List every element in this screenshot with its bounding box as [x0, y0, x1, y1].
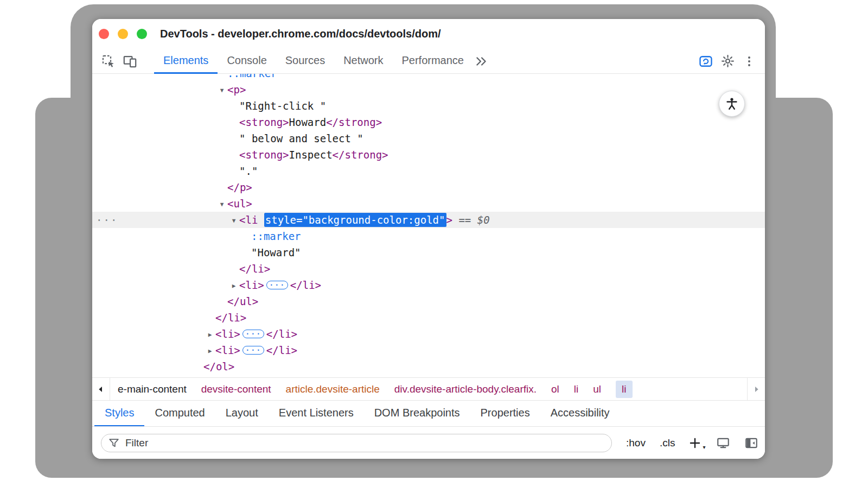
breadcrumb-item-ul[interactable]: ul [593, 383, 601, 395]
code-segment: </li> [266, 328, 297, 340]
screencast-icon[interactable] [698, 53, 714, 69]
code-segment: == [452, 214, 477, 226]
accessibility-float-button[interactable] [719, 91, 745, 117]
sidebar-panel-icon [744, 436, 758, 450]
breadcrumb-item-div.devsite-article-body.clear[interactable]: div.devsite-article-body.clearfix. [394, 383, 537, 395]
code-segment: </li> [266, 344, 297, 356]
tab-accessibility[interactable]: Accessibility [540, 401, 620, 427]
tab-console[interactable]: Console [218, 49, 276, 74]
kebab-menu-icon[interactable] [741, 53, 757, 69]
zoom-button[interactable] [137, 29, 147, 39]
sidebar-toggle-button[interactable] [743, 435, 760, 451]
dom-tree-line[interactable]: "." [92, 163, 765, 179]
code-segment: <li> [215, 344, 240, 356]
styles-filter-field[interactable] [101, 434, 612, 452]
tab-layout[interactable]: Layout [215, 401, 269, 427]
breadcrumb-list: e-main-contentdevsite-contentarticle.dev… [110, 378, 747, 400]
tab-elements[interactable]: Elements [154, 49, 218, 74]
disclosure-right-icon[interactable]: ▶ [228, 278, 239, 294]
tab-properties[interactable]: Properties [470, 401, 540, 427]
dom-tree-line[interactable]: </p> [92, 179, 765, 195]
inline-expand-button[interactable]: ··· [242, 346, 264, 355]
dom-tree-line[interactable]: " below and select " [92, 130, 765, 147]
styles-toolbar: :hov .cls ▾ [92, 426, 765, 459]
dom-tree-line[interactable]: </li> [92, 261, 765, 277]
code-segment: Howard [289, 116, 327, 128]
breadcrumb-item-e-main-content[interactable]: e-main-content [118, 383, 187, 395]
code-segment: <li> [239, 279, 264, 291]
devtools-window: DevTools - developer.chrome.com/docs/dev… [92, 19, 765, 459]
dom-tree-line[interactable]: "Right-click " [92, 98, 765, 114]
inline-expand-button[interactable]: ··· [242, 330, 264, 338]
dom-tree-line[interactable]: ::marker [92, 74, 765, 81]
code-segment: <ul> [227, 198, 252, 210]
code-segment: "." [239, 165, 258, 177]
tab-dom-breakpoints[interactable]: DOM Breakpoints [364, 401, 470, 427]
accessibility-person-icon [725, 97, 739, 111]
breadcrumb-item-ol[interactable]: ol [551, 383, 559, 395]
code-segment: > [446, 214, 452, 226]
dom-tree-line[interactable]: ▶<li>···</li> [92, 326, 765, 342]
code-segment: <li> [215, 328, 240, 340]
dom-tree-line[interactable]: ···▼<li style="background-color:gold"> =… [92, 212, 765, 228]
new-style-rule-button[interactable]: ▾ [687, 435, 703, 451]
breadcrumb-scroll-left-button[interactable] [92, 378, 110, 400]
minimize-button[interactable] [118, 29, 128, 39]
dom-tree-line[interactable]: </li> [92, 309, 765, 326]
chevron-right-icon [752, 385, 761, 394]
breadcrumb-scroll-right-button[interactable] [747, 378, 765, 400]
toggle-element-state-button[interactable]: :hov [626, 437, 646, 449]
code-segment: <p> [227, 84, 246, 96]
dom-tree-line[interactable]: ▶<li>···</li> [92, 277, 765, 293]
breadcrumb-item-article.devsite-article[interactable]: article.devsite-article [286, 383, 380, 395]
tab-performance[interactable]: Performance [393, 49, 474, 74]
dom-tree-line[interactable]: <strong>Howard</strong> [92, 114, 765, 130]
dom-tree[interactable]: ::marker▼<p>"Right-click "<strong>Howard… [92, 74, 765, 377]
dom-tree-line[interactable]: ::marker [92, 228, 765, 244]
disclosure-right-icon[interactable]: ▶ [205, 327, 215, 343]
breadcrumb-item-devsite-content[interactable]: devsite-content [201, 383, 271, 395]
breadcrumb-item-li[interactable]: li [616, 381, 632, 398]
tab-sources[interactable]: Sources [276, 49, 334, 74]
code-segment: Inspect [289, 149, 333, 161]
caret-down-icon: ▾ [703, 444, 705, 450]
styles-filter-input[interactable] [124, 437, 605, 450]
tab-network[interactable]: Network [334, 49, 392, 74]
toggle-class-button[interactable]: .cls [660, 437, 675, 449]
breadcrumb-item-li[interactable]: li [574, 383, 578, 395]
close-button[interactable] [99, 29, 109, 39]
inspect-element-icon[interactable] [100, 53, 116, 69]
dom-tree-line[interactable]: ▶<li>···</li> [92, 342, 765, 358]
row-actions-dots-icon[interactable]: ··· [96, 212, 118, 228]
pseudo-element-node: ::marker [251, 230, 301, 242]
settings-gear-icon[interactable] [719, 53, 736, 69]
disclosure-down-icon[interactable]: ▼ [216, 197, 227, 213]
more-tabs-chevron-icon[interactable] [473, 53, 489, 69]
inline-expand-button[interactable]: ··· [266, 281, 288, 289]
disclosure-down-icon[interactable]: ▼ [216, 83, 227, 99]
code-segment: $0 [477, 214, 490, 226]
tab-computed[interactable]: Computed [144, 401, 215, 427]
selected-attribute[interactable]: style="background-color:gold" [264, 213, 446, 227]
dom-tree-line[interactable]: <strong>Inspect</strong> [92, 147, 765, 163]
dom-tree-line[interactable]: ▼<ul> [92, 195, 765, 212]
dom-tree-line[interactable]: ▼<p> [92, 81, 765, 98]
disclosure-down-icon[interactable]: ▼ [228, 213, 239, 229]
code-segment: " below and select " [239, 132, 363, 144]
tab-styles[interactable]: Styles [94, 401, 144, 427]
dom-tree-line[interactable]: </ul> [92, 293, 765, 309]
dom-tree-line[interactable]: "Howard" [92, 244, 765, 261]
code-segment: </p> [227, 181, 252, 193]
code-segment: </strong> [326, 116, 382, 128]
code-segment: </ol> [203, 361, 234, 372]
disclosure-right-icon[interactable]: ▶ [205, 343, 215, 359]
monitor-icon [716, 436, 730, 450]
code-segment: <li [239, 214, 264, 226]
rendering-emulation-button[interactable] [715, 435, 731, 451]
dom-tree-line[interactable]: </ol> [92, 358, 765, 375]
tab-event-listeners[interactable]: Event Listeners [269, 401, 364, 427]
title-bar: DevTools - developer.chrome.com/docs/dev… [92, 19, 765, 49]
breadcrumb-bar: e-main-contentdevsite-contentarticle.dev… [92, 377, 765, 400]
pseudo-element-node: ::marker [227, 74, 277, 79]
device-toolbar-icon[interactable] [122, 53, 138, 69]
